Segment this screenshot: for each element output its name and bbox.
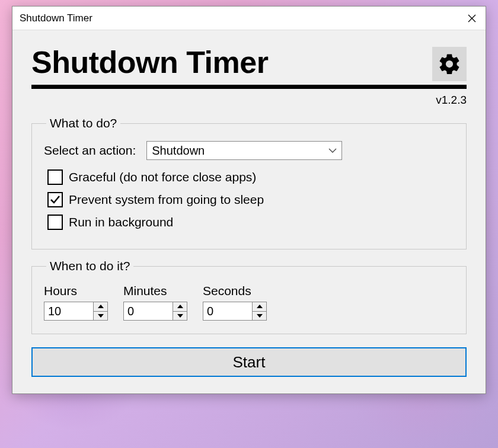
minutes-spinner-btns	[173, 302, 187, 320]
hours-spinner[interactable]: 10	[44, 302, 108, 321]
graceful-label: Graceful (do not force close apps)	[69, 170, 256, 184]
caret-down-icon	[98, 314, 104, 318]
content-area: Shutdown Timer v1.2.3 What to do? Select…	[12, 30, 486, 393]
settings-button[interactable]	[432, 47, 467, 81]
caret-up-icon	[98, 305, 104, 308]
seconds-col: Seconds 0	[203, 284, 267, 321]
start-label: Start	[233, 353, 266, 372]
graceful-checkbox-row[interactable]: Graceful (do not force close apps)	[47, 169, 454, 185]
when-fieldset: When to do it? Hours 10 Minutes 0	[31, 259, 467, 334]
titlebar: Shutdown Timer	[12, 7, 486, 30]
seconds-up-button[interactable]	[253, 302, 266, 312]
minutes-value: 0	[124, 302, 173, 320]
action-select[interactable]: Shutdown	[146, 141, 342, 160]
minutes-label: Minutes	[123, 284, 187, 298]
run-bg-checkbox[interactable]	[47, 215, 63, 230]
caret-up-icon	[257, 305, 263, 308]
app-title: Shutdown Timer	[31, 46, 268, 79]
hours-value: 10	[44, 302, 93, 320]
hours-label: Hours	[44, 284, 108, 298]
caret-down-icon	[177, 314, 183, 318]
what-legend: What to do?	[46, 116, 120, 130]
seconds-down-button[interactable]	[253, 312, 266, 321]
close-icon	[468, 14, 476, 23]
run-bg-checkbox-row[interactable]: Run in background	[47, 215, 454, 230]
hours-down-button[interactable]	[94, 312, 107, 321]
prevent-sleep-checkbox-row[interactable]: Prevent system from going to sleep	[47, 192, 454, 207]
caret-up-icon	[177, 305, 183, 308]
hours-up-button[interactable]	[94, 302, 107, 312]
version-label: v1.2.3	[31, 94, 467, 107]
app-window: Shutdown Timer Shutdown Timer v1.2.3 Wha…	[12, 6, 486, 394]
when-legend: When to do it?	[46, 259, 133, 273]
graceful-checkbox[interactable]	[47, 169, 63, 185]
prevent-sleep-checkbox[interactable]	[47, 192, 63, 207]
check-icon	[49, 194, 61, 206]
action-select-value: Shutdown	[152, 144, 205, 158]
titlebar-title: Shutdown Timer	[20, 12, 92, 24]
gear-icon	[437, 52, 462, 76]
action-row: Select an action: Shutdown	[44, 141, 454, 160]
minutes-col: Minutes 0	[123, 284, 187, 321]
time-row: Hours 10 Minutes 0	[44, 284, 454, 321]
seconds-spinner[interactable]: 0	[203, 302, 267, 321]
hours-col: Hours 10	[44, 284, 108, 321]
hours-spinner-btns	[93, 302, 107, 320]
seconds-spinner-btns	[252, 302, 266, 320]
seconds-value: 0	[203, 302, 252, 320]
start-button[interactable]: Start	[31, 347, 467, 377]
run-bg-label: Run in background	[69, 215, 173, 229]
seconds-label: Seconds	[203, 284, 267, 298]
header-row: Shutdown Timer	[31, 44, 467, 81]
minutes-down-button[interactable]	[173, 312, 187, 321]
header-divider	[31, 85, 467, 89]
chevron-down-icon	[328, 148, 337, 153]
what-fieldset: What to do? Select an action: Shutdown G…	[31, 116, 467, 249]
prevent-sleep-label: Prevent system from going to sleep	[69, 193, 264, 207]
caret-down-icon	[257, 314, 263, 318]
action-label: Select an action:	[44, 143, 136, 158]
close-button[interactable]	[458, 7, 486, 30]
minutes-up-button[interactable]	[173, 302, 187, 312]
minutes-spinner[interactable]: 0	[123, 302, 187, 321]
